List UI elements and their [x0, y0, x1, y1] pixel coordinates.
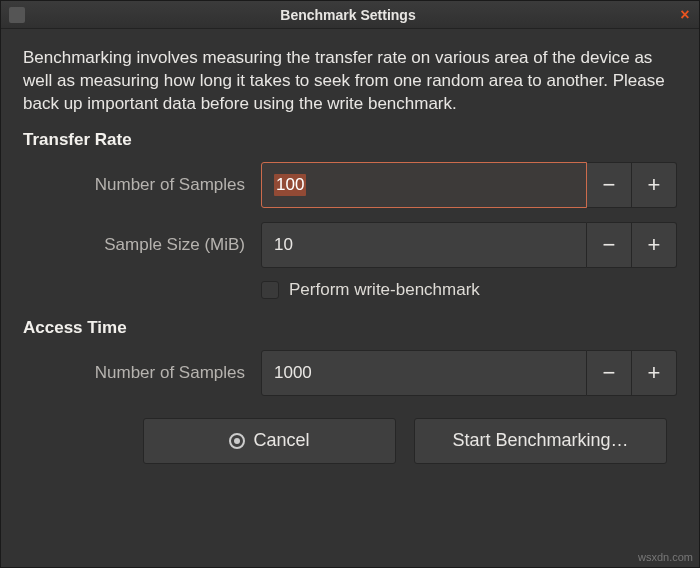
- decrement-transfer-num-samples[interactable]: −: [587, 162, 632, 208]
- description-text: Benchmarking involves measuring the tran…: [23, 47, 677, 116]
- plus-icon: +: [648, 232, 661, 258]
- section-title-access-time: Access Time: [23, 318, 677, 338]
- increment-access-num-samples[interactable]: +: [632, 350, 677, 396]
- input-access-num-samples[interactable]: 1000: [261, 350, 587, 396]
- watermark: wsxdn.com: [638, 551, 693, 563]
- stepper-access-num-samples: 1000 − +: [261, 350, 677, 396]
- row-access-num-samples: Number of Samples 1000 − +: [23, 350, 677, 396]
- input-transfer-sample-size[interactable]: 10: [261, 222, 587, 268]
- input-transfer-num-samples-value: 100: [274, 174, 306, 196]
- start-benchmark-button-label: Start Benchmarking…: [452, 430, 628, 451]
- cancel-button[interactable]: Cancel: [143, 418, 396, 464]
- section-title-transfer-rate: Transfer Rate: [23, 130, 677, 150]
- row-transfer-num-samples: Number of Samples 100 − +: [23, 162, 677, 208]
- window-title: Benchmark Settings: [25, 7, 671, 23]
- plus-icon: +: [648, 172, 661, 198]
- start-benchmark-button[interactable]: Start Benchmarking…: [414, 418, 667, 464]
- row-write-benchmark[interactable]: Perform write-benchmark: [261, 280, 677, 300]
- increment-transfer-num-samples[interactable]: +: [632, 162, 677, 208]
- label-transfer-num-samples: Number of Samples: [23, 162, 261, 208]
- plus-icon: +: [648, 360, 661, 386]
- cancel-button-label: Cancel: [253, 430, 309, 451]
- close-button[interactable]: ×: [671, 1, 699, 29]
- dialog-content: Benchmarking involves measuring the tran…: [1, 29, 699, 480]
- input-access-num-samples-value: 1000: [274, 363, 312, 383]
- label-write-benchmark: Perform write-benchmark: [289, 280, 480, 300]
- dialog-button-row: Cancel Start Benchmarking…: [23, 418, 677, 464]
- stepper-transfer-sample-size: 10 − +: [261, 222, 677, 268]
- cancel-icon: [229, 433, 245, 449]
- increment-transfer-sample-size[interactable]: +: [632, 222, 677, 268]
- dialog-window: Benchmark Settings × Benchmarking involv…: [0, 0, 700, 568]
- input-transfer-num-samples[interactable]: 100: [261, 162, 587, 208]
- close-icon: ×: [680, 6, 689, 24]
- decrement-access-num-samples[interactable]: −: [587, 350, 632, 396]
- stepper-transfer-num-samples: 100 − +: [261, 162, 677, 208]
- row-transfer-sample-size: Sample Size (MiB) 10 − +: [23, 222, 677, 268]
- checkbox-write-benchmark[interactable]: [261, 281, 279, 299]
- minus-icon: −: [603, 360, 616, 386]
- decrement-transfer-sample-size[interactable]: −: [587, 222, 632, 268]
- label-transfer-sample-size: Sample Size (MiB): [23, 222, 261, 268]
- label-access-num-samples: Number of Samples: [23, 350, 261, 396]
- input-transfer-sample-size-value: 10: [274, 235, 293, 255]
- app-icon: [9, 7, 25, 23]
- titlebar: Benchmark Settings ×: [1, 1, 699, 29]
- minus-icon: −: [603, 172, 616, 198]
- minus-icon: −: [603, 232, 616, 258]
